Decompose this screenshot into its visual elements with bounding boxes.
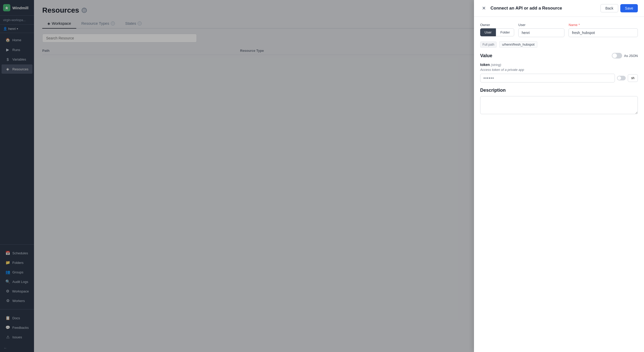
token-show-button[interactable]: sh — [628, 74, 638, 82]
description-title: Description — [480, 88, 638, 93]
save-button[interactable]: Save — [620, 4, 638, 12]
modal-overlay: ✕ Connect an API or add a Resource Back … — [0, 0, 644, 352]
modal-panel: ✕ Connect an API or add a Resource Back … — [474, 0, 644, 352]
value-title: Value — [480, 53, 492, 58]
as-json-label: As JSON — [624, 54, 638, 58]
token-input[interactable] — [480, 74, 615, 82]
modal-header-right: Back Save — [600, 4, 638, 12]
back-button[interactable]: Back — [600, 4, 618, 12]
owner-user-btn[interactable]: User — [480, 28, 496, 36]
token-type: (string) — [491, 63, 501, 67]
modal-header: ✕ Connect an API or add a Resource Back … — [474, 0, 644, 17]
full-path-label: Full path — [480, 41, 497, 48]
token-label: token (string) — [480, 63, 638, 67]
token-description: Access token of a private app — [480, 68, 638, 72]
token-toggle[interactable] — [617, 76, 626, 80]
user-field: User — [518, 23, 564, 37]
description-input[interactable] — [480, 96, 638, 114]
modal-close-button[interactable]: ✕ — [480, 5, 487, 12]
token-section: token (string) Access token of a private… — [480, 63, 638, 82]
modal-header-left: ✕ Connect an API or add a Resource — [480, 5, 562, 12]
name-input[interactable] — [569, 28, 638, 37]
name-required-indicator: * — [579, 23, 580, 27]
name-field: Name * — [569, 23, 638, 37]
owner-field: Owner User Folder — [480, 23, 514, 36]
user-label: User — [518, 23, 564, 27]
owner-user-name-row: Owner User Folder User Name * — [480, 23, 638, 37]
value-section: Value As JSON token (string) Access toke… — [480, 53, 638, 82]
owner-folder-btn[interactable]: Folder — [496, 28, 514, 36]
owner-label: Owner — [480, 23, 514, 27]
modal-body: Owner User Folder User Name * — [474, 17, 644, 352]
owner-toggle: User Folder — [480, 28, 514, 36]
value-header: Value As JSON — [480, 53, 638, 58]
description-section: Description — [480, 88, 638, 115]
name-label: Name * — [569, 23, 638, 27]
full-path-value: u/henri/fresh_hubspot — [499, 41, 537, 48]
as-json-toggle[interactable] — [612, 53, 622, 58]
full-path-row: Full path u/henri/fresh_hubspot — [480, 41, 638, 48]
modal-title: Connect an API or add a Resource — [490, 6, 562, 11]
as-json-row: As JSON — [612, 53, 638, 58]
user-input[interactable] — [518, 28, 564, 37]
token-input-row: sh — [480, 74, 638, 82]
